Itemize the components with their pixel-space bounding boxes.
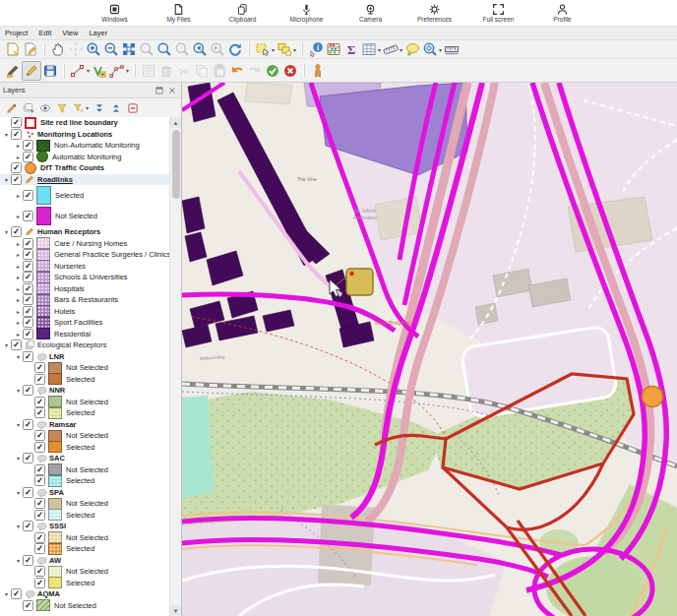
- scroll-down-arrow[interactable]: ▼: [170, 605, 181, 616]
- expander-icon[interactable]: ▾: [2, 590, 11, 597]
- menu-project[interactable]: Project: [5, 29, 28, 37]
- layer-item-lnr[interactable]: ▾✓LNR: [0, 351, 181, 363]
- layer-item-not-selected[interactable]: ✓Not Selected: [0, 566, 181, 578]
- measure-button[interactable]: ▾: [382, 40, 403, 58]
- layer-visibility-checkbox[interactable]: ✓: [23, 272, 33, 282]
- modify-attributes-button[interactable]: [140, 62, 157, 80]
- layer-visibility-checkbox[interactable]: ✓: [34, 362, 45, 373]
- add-group-button[interactable]: [22, 99, 35, 117]
- expander-icon[interactable]: ▾: [2, 131, 11, 138]
- dropdown-arrow-icon[interactable]: ▾: [439, 46, 442, 53]
- layer-item-human-receptors[interactable]: ▾✓Human Receptors: [0, 226, 181, 238]
- layer-visibility-checkbox[interactable]: ✓: [23, 487, 33, 498]
- dropdown-arrow-icon[interactable]: ▾: [86, 104, 89, 111]
- select-features-button[interactable]: ▾: [254, 40, 276, 58]
- layer-visibility-checkbox[interactable]: ✓: [34, 407, 45, 418]
- layer-visibility-checkbox[interactable]: ✓: [23, 317, 33, 328]
- layer-visibility-checkbox[interactable]: ✓: [34, 510, 45, 521]
- layer-item-ecological-receptors[interactable]: ▾✓Ecological Receptors: [0, 339, 181, 351]
- zoom-last-button[interactable]: [191, 40, 209, 58]
- topbar-clipboard-button[interactable]: Clipboard: [221, 0, 265, 26]
- expander-icon[interactable]: ▸: [14, 319, 23, 326]
- layer-visibility-checkbox[interactable]: ✓: [11, 588, 22, 599]
- dropdown-arrow-icon[interactable]: ▾: [378, 46, 381, 53]
- map-canvas[interactable]: The Vine St Johns Ambulanc West Bridgfor…: [182, 83, 677, 616]
- expander-icon[interactable]: ▾: [14, 489, 23, 496]
- menu-layer[interactable]: Layer: [89, 29, 107, 37]
- zoom-settings-button[interactable]: ▾: [421, 40, 443, 58]
- layer-visibility-checkbox[interactable]: ✓: [23, 238, 33, 249]
- menu-view[interactable]: View: [62, 29, 78, 37]
- layer-item-spa[interactable]: ▾✓SPA: [0, 487, 181, 499]
- layer-item-sssi[interactable]: ▾✓SSSI: [0, 521, 181, 532]
- layer-item-not-selected[interactable]: ✓Not Selected: [0, 430, 181, 442]
- statistical-summary-button[interactable]: Σ: [342, 40, 360, 58]
- layer-visibility-checkbox[interactable]: ✓: [34, 475, 45, 486]
- layer-visibility-checkbox[interactable]: ✓: [23, 351, 33, 362]
- layer-visibility-checkbox[interactable]: ✓: [34, 532, 45, 543]
- expander-icon[interactable]: ▾: [14, 387, 23, 394]
- layer-item-not-selected[interactable]: ✓Not Selected: [0, 464, 181, 476]
- layer-item-selected[interactable]: ✓Selected: [0, 578, 181, 589]
- manage-map-themes-button[interactable]: [38, 99, 52, 117]
- layer-item-selected[interactable]: ▸✓Selected: [0, 185, 181, 206]
- close-panel-button[interactable]: [166, 82, 178, 99]
- layer-visibility-checkbox[interactable]: ✓: [34, 498, 45, 509]
- expander-icon[interactable]: ▸: [14, 142, 23, 149]
- scroll-up-arrow[interactable]: ▲: [170, 117, 181, 128]
- layer-visibility-checkbox[interactable]: ✓: [11, 174, 22, 185]
- zoom-in-button[interactable]: [85, 40, 102, 58]
- expander-icon[interactable]: ▾: [14, 353, 23, 360]
- expander-icon[interactable]: ▸: [14, 274, 23, 280]
- expander-icon[interactable]: ▸: [14, 251, 23, 258]
- open-project-button[interactable]: [4, 40, 22, 58]
- expander-icon[interactable]: ▸: [14, 263, 23, 270]
- expander-icon[interactable]: ▸: [14, 296, 23, 303]
- layer-item-selected[interactable]: ✓Selected: [0, 407, 181, 419]
- layer-item-aw[interactable]: ▾✓AW: [0, 555, 181, 567]
- add-line-feature-button[interactable]: [91, 62, 108, 80]
- topbar-profile-button[interactable]: Profile: [541, 0, 585, 26]
- paste-features-button[interactable]: [211, 62, 228, 80]
- zoom-native-button[interactable]: [173, 40, 191, 58]
- expand-all-button[interactable]: [92, 99, 106, 117]
- select-by-form-button[interactable]: ▾: [276, 40, 297, 58]
- layer-item-bars-restaurants[interactable]: ▸✓Bars & Restaurants: [0, 294, 181, 306]
- digitize-with-segment-button[interactable]: ▾: [69, 62, 91, 80]
- layer-visibility-checkbox[interactable]: ✓: [23, 453, 33, 463]
- layer-visibility-checkbox[interactable]: ✓: [23, 294, 33, 305]
- copy-features-button[interactable]: [193, 62, 211, 80]
- layer-tree-scrollbar[interactable]: ▲ ▼: [169, 117, 181, 616]
- expander-icon[interactable]: ▸: [14, 192, 23, 199]
- expander-icon[interactable]: ▸: [14, 154, 23, 160]
- layer-visibility-checkbox[interactable]: ✓: [11, 226, 22, 237]
- layer-item-selected[interactable]: ✓Selected: [0, 510, 181, 522]
- expander-icon[interactable]: ▾: [14, 421, 23, 428]
- redo-button[interactable]: [246, 62, 264, 80]
- expander-icon[interactable]: ▾: [2, 228, 11, 235]
- check-edits-button[interactable]: [264, 62, 281, 80]
- layer-item-not-selected[interactable]: ✓Not Selected: [0, 362, 181, 374]
- cancel-edits-button[interactable]: [281, 62, 299, 80]
- layer-visibility-checkbox[interactable]: ✓: [34, 442, 45, 453]
- layer-visibility-checkbox[interactable]: ✓: [34, 464, 45, 475]
- layer-visibility-checkbox[interactable]: ✓: [23, 190, 33, 201]
- float-panel-button[interactable]: [154, 82, 165, 99]
- layer-visibility-checkbox[interactable]: ✓: [11, 339, 22, 350]
- expander-icon[interactable]: ▾: [14, 455, 23, 462]
- identify-features-button[interactable]: i: [307, 40, 325, 58]
- layer-visibility-checkbox[interactable]: ✓: [23, 261, 33, 272]
- dropdown-arrow-icon[interactable]: ▾: [126, 67, 129, 74]
- layer-item-sport-facilities[interactable]: ▸✓Sport Facilities: [0, 317, 181, 329]
- expander-icon[interactable]: ▸: [14, 285, 23, 292]
- topbar-full-screen-button[interactable]: Full screen: [477, 0, 521, 26]
- expander-icon[interactable]: ▾: [14, 557, 23, 564]
- layer-visibility-checkbox[interactable]: ✓: [34, 578, 45, 588]
- layer-item-hospitals[interactable]: ▸✓Hospitals: [0, 283, 181, 295]
- layer-item-selected[interactable]: ✓Selected: [0, 442, 181, 454]
- pan-map-button[interactable]: [49, 40, 67, 58]
- layer-visibility-checkbox[interactable]: ✓: [23, 140, 33, 151]
- dropdown-arrow-icon[interactable]: ▾: [272, 46, 275, 53]
- layer-item-automatic-monitoring[interactable]: ▸✓Automatic Monitoring: [0, 152, 181, 163]
- layer-visibility-checkbox[interactable]: ✓: [23, 283, 33, 294]
